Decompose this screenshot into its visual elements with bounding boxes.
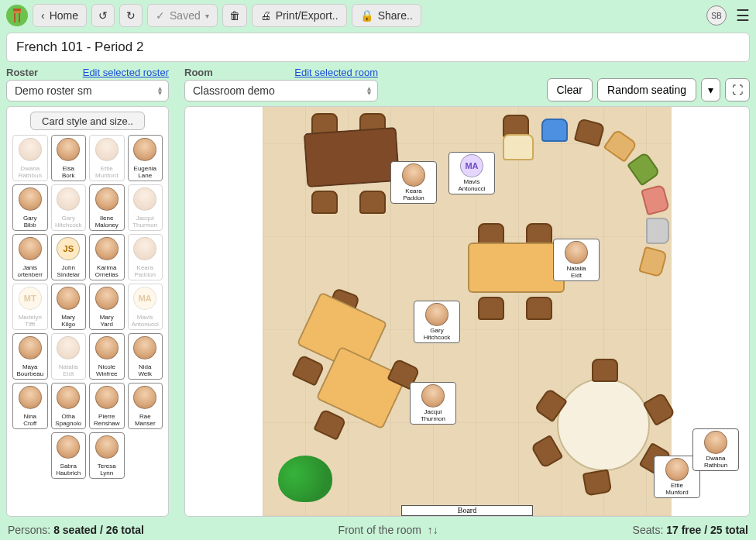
plant[interactable] — [278, 456, 332, 502]
person-name: KearaPaddon — [403, 187, 424, 201]
placed-card[interactable]: GaryHitchcock — [414, 301, 460, 343]
roster-card[interactable]: DwanaRathbun — [12, 135, 48, 181]
roster-card[interactable]: TeresaLynn — [89, 432, 125, 479]
edit-room-link[interactable]: Edit selected room — [294, 67, 378, 78]
check-icon: ✓ — [156, 9, 165, 22]
desk[interactable] — [468, 242, 565, 293]
person-name: NidaWelk — [138, 363, 152, 377]
roster-select-value: Demo roster sm — [15, 84, 92, 97]
seats-label: Seats: — [633, 524, 664, 536]
menu-icon[interactable]: ☰ — [736, 6, 750, 25]
roster-card[interactable]: GaryHitchcock — [51, 184, 87, 231]
roster-card[interactable]: IleneMaloney — [89, 184, 125, 231]
app-logo[interactable] — [6, 5, 28, 26]
roster-card[interactable]: NidaWelk — [128, 333, 163, 380]
seat[interactable] — [311, 191, 338, 214]
roster-select[interactable]: Demo roster sm ▴▾ — [6, 80, 169, 101]
avatar — [95, 386, 119, 409]
plan-title-input[interactable]: French 101 - Period 2 — [6, 33, 750, 62]
person-name: GaryHitchcock — [424, 327, 451, 341]
placed-card[interactable]: NataliaEidt — [553, 239, 600, 281]
roster-card[interactable]: NataliaEidt — [51, 333, 87, 380]
user-avatar[interactable]: SB — [706, 5, 727, 26]
saved-button[interactable]: ✓ Saved ▾ — [147, 4, 218, 27]
seat[interactable] — [541, 119, 568, 142]
avatar — [704, 431, 727, 454]
seat[interactable] — [359, 191, 386, 214]
roster-card[interactable]: RaeManser — [128, 383, 163, 429]
roster-card[interactable]: MaryYard — [89, 284, 125, 330]
print-export-button[interactable]: 🖨 Print/Export.. — [252, 4, 347, 27]
person-name: NicoleWinfree — [96, 363, 118, 377]
seat[interactable] — [646, 218, 669, 244]
placed-card[interactable]: JacquiThurmon — [410, 382, 456, 425]
roster-card[interactable]: PierreRenshaw — [89, 383, 125, 429]
roster-card[interactable]: ElsaBork — [51, 135, 87, 181]
roster-card[interactable]: SabraHaubrich — [51, 432, 87, 479]
seat[interactable] — [574, 118, 606, 147]
roster-card[interactable]: NicoleWinfree — [89, 333, 125, 380]
person-name: NinaCroff — [23, 413, 36, 427]
edit-roster-link[interactable]: Edit selected roster — [83, 67, 169, 78]
avatar — [565, 241, 588, 264]
person-name: GaryBibb — [23, 215, 36, 229]
desk[interactable] — [304, 127, 400, 187]
seat[interactable] — [291, 354, 325, 387]
seat[interactable] — [526, 297, 552, 320]
person-name: RaeManser — [135, 413, 156, 427]
fullscreen-button[interactable]: ⛶ — [725, 78, 750, 101]
redo-button[interactable]: ↻ — [119, 4, 143, 27]
roster-card[interactable]: JSJohnSindelar — [51, 234, 87, 280]
seat[interactable] — [627, 151, 661, 186]
random-seating-dropdown[interactable]: ▾ — [701, 78, 720, 101]
person-name: JacquiThurmon — [132, 215, 157, 229]
room-select[interactable]: Classroom demo ▴▾ — [184, 80, 378, 101]
roster-card[interactable]: KarimaOrnellas — [89, 234, 125, 280]
person-name: DwanaRathbun — [19, 165, 42, 179]
seat[interactable] — [641, 184, 670, 216]
avatar: MA — [460, 154, 483, 177]
placed-card[interactable]: MAMavisAntonucci — [448, 152, 495, 194]
seat[interactable] — [592, 359, 618, 382]
roster-card[interactable]: MTMadelynTifft — [12, 284, 48, 330]
saved-label: Saved — [170, 9, 201, 22]
seat[interactable] — [603, 129, 637, 163]
delete-button[interactable]: 🗑 — [222, 4, 247, 27]
avatar — [133, 187, 156, 211]
random-seating-button[interactable]: Random seating — [597, 78, 696, 101]
round-table[interactable] — [557, 378, 650, 471]
placed-card[interactable]: KearaPaddon — [390, 161, 437, 204]
roster-header: Roster — [6, 67, 38, 78]
card-style-button[interactable]: Card style and size.. — [30, 112, 145, 130]
undo-button[interactable]: ↺ — [91, 4, 115, 27]
avatar — [95, 138, 119, 161]
roster-card[interactable]: EttieMunford — [89, 135, 125, 181]
roster-card[interactable]: MayaBourbeau — [12, 333, 48, 380]
clear-button[interactable]: Clear — [547, 78, 593, 101]
roster-card[interactable]: GaryBibb — [12, 184, 48, 231]
roster-card[interactable]: Janisortenberr — [12, 234, 48, 280]
roster-card[interactable]: OthaSpagnolo — [51, 383, 87, 429]
roster-card[interactable]: NinaCroff — [12, 383, 48, 429]
seat[interactable] — [313, 408, 346, 441]
room-canvas[interactable]: Board KearaPaddonMAMavisAntonucciNatalia… — [184, 106, 750, 517]
roster-card[interactable]: KearaPaddon — [128, 234, 163, 280]
svg-rect-2 — [14, 13, 15, 22]
home-button[interactable]: ‹ Home — [33, 4, 87, 27]
person-name: MayaBourbeau — [16, 363, 43, 377]
person-name: SabraHaubrich — [56, 463, 81, 476]
roster-card[interactable]: MAMavisAntonucci — [128, 284, 163, 330]
roster-card[interactable]: EugeniaLane — [128, 135, 163, 181]
seat[interactable] — [638, 246, 668, 278]
seat[interactable] — [531, 435, 564, 469]
seat[interactable] — [478, 297, 504, 320]
roster-card[interactable]: MaryKilgo — [51, 284, 87, 330]
seat[interactable] — [503, 134, 534, 160]
placed-card[interactable]: DwanaRathbun — [692, 428, 739, 471]
room-header: Room — [184, 67, 213, 78]
share-button[interactable]: 🔒 Share.. — [352, 4, 421, 27]
seat[interactable] — [582, 469, 613, 496]
swap-icon[interactable]: ↑↓ — [428, 524, 438, 536]
roster-card[interactable]: JacquiThurmon — [128, 184, 163, 231]
svg-rect-0 — [13, 9, 21, 11]
